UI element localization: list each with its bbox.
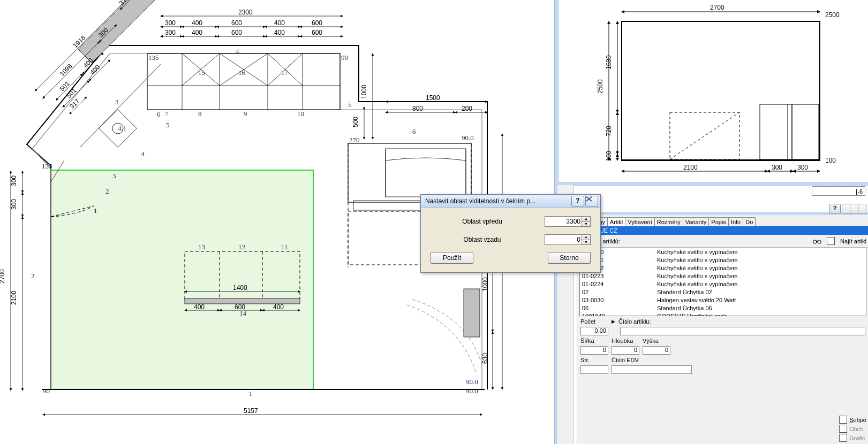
svg-text:2: 2: [31, 272, 35, 280]
svg-text:1000: 1000: [360, 85, 368, 99]
svg-text:16: 16: [238, 68, 246, 76]
panel-window-controls[interactable]: [842, 204, 866, 213]
dialog-title: Nastavit oblast viditelnosti v čelním p.…: [425, 197, 570, 205]
svg-text:100: 100: [825, 157, 836, 164]
svg-text:500: 500: [352, 117, 359, 127]
list-item[interactable]: 1001840GORENJE Ventilační sada: [580, 312, 866, 316]
svg-text:300: 300: [10, 199, 18, 210]
page-label: Str.: [580, 357, 608, 363]
svg-text:2: 2: [105, 187, 109, 195]
tab-do[interactable]: Do: [743, 217, 756, 226]
height-field[interactable]: 0: [643, 346, 670, 355]
list-item[interactable]: 03-0030Halogen.vestav.světlo 20 Watt: [580, 296, 866, 304]
list-item[interactable]: 06Standard Úchytka 06: [580, 304, 866, 312]
article-list[interactable]: 01-0220Kuchyňské světlo s vypínačem01-02…: [579, 248, 866, 316]
svg-text:90.0: 90.0: [466, 378, 478, 386]
svg-text:6: 6: [157, 110, 161, 118]
svg-text:135: 135: [42, 162, 52, 170]
horizontal-splitter-upper[interactable]: [557, 182, 868, 186]
back-area-input[interactable]: [545, 234, 582, 245]
svg-text:400: 400: [194, 303, 205, 311]
svg-text:2100: 2100: [10, 290, 18, 305]
svg-text:4: 4: [236, 47, 239, 55]
page-field[interactable]: [580, 365, 608, 374]
svg-text:2100: 2100: [683, 164, 698, 171]
svg-text:10: 10: [297, 110, 304, 118]
tab-artikl[interactable]: Artikl: [607, 217, 625, 226]
list-item[interactable]: 01-0223Kuchyňské světlo s vypínačem: [580, 272, 866, 280]
edv-field[interactable]: [612, 365, 692, 374]
svg-text:2700: 2700: [0, 269, 6, 284]
depth-field[interactable]: 0: [612, 346, 639, 355]
back-area-spinner[interactable]: ▲▼: [582, 234, 591, 245]
svg-text:11: 11: [281, 243, 288, 251]
panel-tabs: KatalogyArtiklVybaveníRozměryVariantyPop…: [577, 215, 868, 226]
svg-text:720: 720: [605, 126, 613, 136]
properties-panel: [-6 ? KatalogyArtiklVybaveníRozměryVaria…: [577, 215, 868, 444]
find-article-checkbox[interactable]: [827, 237, 835, 245]
svg-rect-47: [464, 289, 480, 337]
svg-rect-139: [670, 112, 739, 159]
svg-text:400: 400: [274, 29, 285, 36]
svg-text:5: 5: [348, 101, 352, 109]
svg-text:600: 600: [231, 19, 242, 27]
svg-text:12: 12: [238, 243, 245, 251]
list-item[interactable]: 01-0224Kuchyňské světlo s vypínačem: [580, 280, 866, 288]
subpo-label: Subpo: [849, 417, 866, 423]
list-item[interactable]: 01-0222Kuchyňské světlo s vypínačem: [580, 264, 866, 272]
tab-varianty[interactable]: Varianty: [683, 217, 710, 226]
svg-text:100: 100: [605, 151, 613, 162]
obch-checkbox[interactable]: [839, 425, 847, 433]
visibility-dialog: Nastavit oblast viditelnosti v čelním p.…: [420, 194, 601, 273]
count-field[interactable]: 0.00: [580, 327, 608, 335]
svg-text:300: 300: [165, 19, 176, 27]
grafic-checkbox[interactable]: [839, 434, 847, 442]
svg-rect-37: [348, 143, 471, 202]
dialog-help-button[interactable]: ?: [571, 196, 584, 206]
list-item[interactable]: 01-0221Kuchyňské světlo s vypínačem: [580, 256, 866, 264]
svg-text:300: 300: [10, 175, 18, 186]
tab-info[interactable]: Info: [728, 217, 743, 226]
svg-text:600: 600: [235, 303, 245, 311]
subpo-checkbox[interactable]: [839, 416, 847, 424]
count-play-icon[interactable]: ▶: [612, 319, 615, 324]
svg-text:600: 600: [312, 29, 322, 36]
svg-text:2500: 2500: [825, 11, 840, 19]
svg-text:600: 600: [231, 29, 242, 36]
aux-elevation-svg: .th2{stroke:#000;stroke-width:2;fill:non…: [557, 0, 868, 182]
edv-label: Číslo EDV: [612, 357, 639, 363]
dialog-titlebar[interactable]: Nastavit oblast viditelnosti v čelním p.…: [421, 195, 600, 208]
panel-help-button[interactable]: ?: [829, 204, 841, 213]
svg-text:2700: 2700: [710, 4, 724, 11]
front-area-spinner[interactable]: ▲▼: [582, 216, 591, 227]
catalog-banner[interactable]: GORENJE CZ: [577, 226, 868, 235]
width-field[interactable]: 0: [580, 346, 608, 355]
apply-button[interactable]: Použít: [431, 252, 473, 264]
tab-body-artikl: GORENJE CZ Seznam artiklů: Najít artikl …: [577, 226, 868, 378]
dialog-close-button[interactable]: [585, 196, 598, 206]
svg-text:1: 1: [94, 206, 97, 215]
svg-rect-38: [386, 149, 466, 197]
svg-text:400: 400: [192, 19, 202, 27]
tab-vybavení[interactable]: Vybavení: [625, 217, 654, 226]
depth-label: Hloubka: [612, 338, 639, 344]
cancel-button[interactable]: Storno: [548, 252, 591, 264]
list-item[interactable]: 02Standard Úchytka 02: [580, 288, 866, 296]
tab-rozměry[interactable]: Rozměry: [654, 217, 683, 226]
svg-text:4: 4: [141, 150, 145, 158]
tab-popis[interactable]: Popis: [708, 217, 729, 226]
svg-rect-141: [760, 104, 792, 159]
svg-line-14: [80, 64, 161, 147]
aux-elevation-pane[interactable]: .th2{stroke:#000;stroke-width:2;fill:non…: [557, 0, 868, 182]
svg-text:135: 135: [148, 53, 159, 62]
find-article-label: Najít artikl: [840, 238, 866, 244]
list-item[interactable]: 01-0220Kuchyňské světlo s vypínačem: [580, 248, 866, 256]
front-area-input[interactable]: [545, 216, 582, 227]
svg-rect-0: [51, 170, 313, 389]
article-number-label: Číslo artiklu:: [618, 318, 651, 325]
article-number-field[interactable]: [620, 327, 865, 335]
svg-line-140: [670, 112, 739, 159]
binoculars-icon[interactable]: [813, 238, 821, 245]
svg-text:200: 200: [462, 105, 472, 112]
svg-text:1400: 1400: [233, 284, 247, 292]
